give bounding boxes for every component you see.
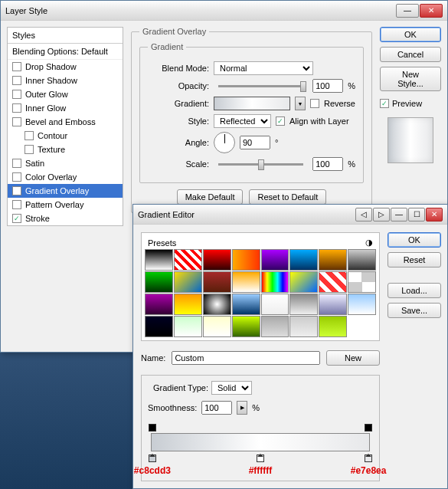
reverse-checkbox[interactable] — [310, 99, 319, 108]
scale-input[interactable] — [312, 157, 343, 171]
preset-swatch[interactable] — [319, 271, 347, 293]
preset-swatch[interactable] — [174, 271, 202, 293]
preset-swatch[interactable] — [174, 249, 202, 271]
scale-slider[interactable] — [218, 163, 303, 166]
style-item-pattern-overlay[interactable]: Pattern Overlay — [8, 198, 123, 212]
style-item-stroke[interactable]: Stroke — [8, 212, 123, 225]
align-checkbox[interactable] — [276, 117, 285, 126]
new-style-button[interactable]: New Style... — [380, 67, 441, 91]
color-stop[interactable] — [257, 455, 264, 462]
cancel-button[interactable]: Cancel — [380, 47, 441, 62]
make-default-button[interactable]: Make Default — [177, 189, 244, 205]
close-icon[interactable]: ✕ — [420, 4, 443, 18]
preset-swatch[interactable] — [261, 316, 289, 337]
style-item-contour[interactable]: Contour — [8, 129, 123, 143]
blend-mode-select[interactable]: Normal — [214, 61, 313, 75]
styles-header[interactable]: Styles — [8, 28, 123, 44]
preview-checkbox[interactable] — [380, 99, 389, 108]
presets-menu-icon[interactable]: ◑ — [365, 238, 373, 248]
preset-swatch[interactable] — [232, 249, 260, 271]
style-checkbox[interactable] — [25, 145, 34, 154]
blending-options[interactable]: Blending Options: Default — [8, 44, 123, 60]
gradient-type-select[interactable]: Solid — [211, 381, 252, 395]
preset-swatch[interactable] — [289, 316, 318, 337]
ok-button[interactable]: OK — [380, 27, 441, 42]
preset-swatch[interactable] — [145, 271, 173, 293]
ge-prev-icon[interactable]: ◁ — [355, 208, 372, 222]
style-item-inner-shadow[interactable]: Inner Shadow — [8, 74, 123, 87]
preset-swatch[interactable] — [203, 294, 231, 315]
ge-ok-button[interactable]: OK — [388, 232, 441, 248]
preset-swatch[interactable] — [261, 294, 289, 315]
opacity-slider[interactable] — [218, 85, 303, 87]
preset-swatch[interactable] — [203, 271, 231, 293]
angle-input[interactable] — [240, 136, 270, 149]
style-checkbox[interactable] — [12, 117, 21, 126]
style-checkbox[interactable] — [25, 131, 34, 140]
style-item-texture[interactable]: Texture — [8, 143, 123, 156]
preset-swatch[interactable] — [348, 249, 376, 271]
new-gradient-button[interactable]: New — [326, 350, 380, 366]
name-input[interactable] — [172, 351, 320, 365]
smoothness-stepper-icon[interactable]: ▶ — [237, 401, 247, 415]
ge-save-button[interactable]: Save... — [388, 303, 441, 318]
preset-swatch[interactable] — [319, 294, 347, 315]
ge-titlebar[interactable]: Gradient Editor ◁ ▷ — ☐ ✕ — [133, 205, 447, 225]
minimize-icon[interactable]: — — [396, 4, 419, 18]
preset-swatch[interactable] — [174, 316, 202, 337]
ge-maximize-icon[interactable]: ☐ — [408, 208, 425, 222]
preset-swatch[interactable] — [232, 294, 260, 315]
preset-swatch[interactable] — [145, 294, 173, 315]
style-select[interactable]: Reflected — [214, 114, 271, 128]
gradient-preview[interactable] — [214, 97, 290, 110]
preset-swatch[interactable] — [145, 249, 173, 271]
style-checkbox[interactable] — [12, 90, 21, 99]
preset-swatch[interactable] — [289, 271, 318, 293]
style-item-inner-glow[interactable]: Inner Glow — [8, 101, 123, 115]
preset-swatch[interactable] — [203, 249, 231, 271]
style-checkbox[interactable] — [12, 76, 21, 85]
smoothness-input[interactable] — [201, 401, 232, 415]
color-stop[interactable] — [365, 455, 372, 462]
preset-swatch[interactable] — [145, 316, 173, 337]
preset-swatch[interactable] — [348, 294, 376, 315]
titlebar[interactable]: Layer Style — ✕ — [1, 1, 447, 21]
style-checkbox[interactable] — [12, 200, 21, 209]
style-checkbox[interactable] — [12, 62, 21, 71]
preset-swatch[interactable] — [289, 249, 318, 271]
preset-swatch[interactable] — [261, 249, 289, 271]
gradient-bar[interactable]: #c8cdd3#ffffff#e7e8ea — [148, 422, 373, 474]
reset-default-button[interactable]: Reset to Default — [249, 189, 326, 205]
gradient-dropdown-icon[interactable]: ▼ — [295, 97, 306, 110]
ge-minimize-icon[interactable]: — — [391, 208, 407, 222]
style-checkbox[interactable] — [12, 214, 21, 223]
style-checkbox[interactable] — [12, 103, 21, 113]
preset-swatch[interactable] — [232, 271, 260, 293]
preset-swatch[interactable] — [348, 271, 376, 293]
style-item-color-overlay[interactable]: Color Overlay — [8, 170, 123, 184]
style-item-satin[interactable]: Satin — [8, 156, 123, 170]
style-item-drop-shadow[interactable]: Drop Shadow — [8, 60, 123, 74]
opacity-input[interactable] — [312, 79, 343, 93]
style-item-gradient-overlay[interactable]: Gradient Overlay — [8, 184, 123, 198]
preset-swatch[interactable] — [319, 316, 347, 337]
style-item-bevel-and-emboss[interactable]: Bevel and Emboss — [8, 115, 123, 129]
style-checkbox[interactable] — [12, 159, 21, 168]
preset-swatch[interactable] — [289, 294, 318, 315]
preset-swatch[interactable] — [319, 249, 347, 271]
style-checkbox[interactable] — [12, 186, 21, 195]
color-stop[interactable] — [149, 455, 156, 462]
ge-next-icon[interactable]: ▷ — [373, 208, 390, 222]
preset-swatch[interactable] — [174, 294, 202, 315]
preset-swatch[interactable] — [203, 316, 231, 337]
opacity-stop-left[interactable] — [149, 424, 156, 432]
angle-dial[interactable] — [214, 132, 235, 153]
ge-reset-button[interactable]: Reset — [388, 252, 441, 267]
ge-load-button[interactable]: Load... — [388, 283, 441, 298]
preset-swatch[interactable] — [261, 271, 289, 293]
preset-swatch[interactable] — [232, 316, 260, 337]
opacity-stop-right[interactable] — [365, 424, 372, 432]
ge-close-icon[interactable]: ✕ — [426, 208, 443, 222]
style-item-outer-glow[interactable]: Outer Glow — [8, 87, 123, 101]
style-checkbox[interactable] — [12, 172, 21, 182]
